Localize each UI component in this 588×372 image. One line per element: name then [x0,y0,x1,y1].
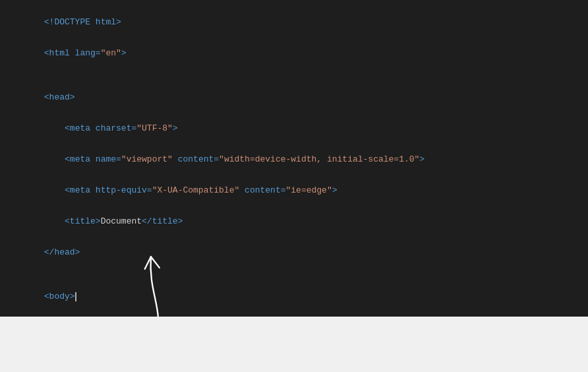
text-cursor [75,292,76,301]
doctype-tag: <!DOCTYPE html> [44,17,121,27]
code-line-4: <head> [0,82,588,113]
code-line-5: <meta charset="UTF-8"> [0,113,588,144]
bottom-panel [0,317,588,372]
code-line-2: <html lang="en"> [0,38,588,69]
code-line-6: <meta name="viewport" content="width=dev… [0,144,588,175]
code-editor: <!DOCTYPE html> <html lang="en"> <head> … [0,0,588,317]
code-line-10 [0,268,588,281]
code-line-8: <title>Document</title> [0,206,588,237]
code-line-9: </head> [0,237,588,268]
code-line-1: <!DOCTYPE html> [0,7,588,38]
code-line-3 [0,69,588,82]
code-line-11: <body> [0,281,588,312]
code-line-7: <meta http-equiv="X-UA-Compatible" conte… [0,175,588,206]
